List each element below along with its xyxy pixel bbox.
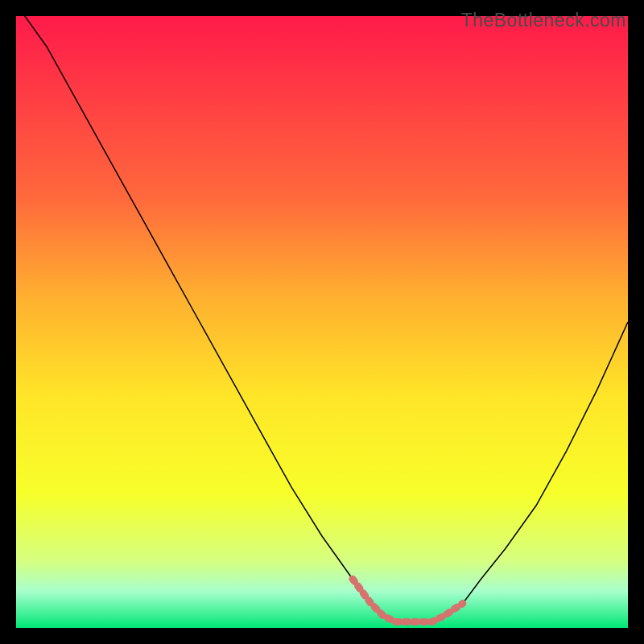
plot-area: TheBottleneck.com — [16, 16, 628, 628]
chart-svg — [16, 16, 628, 628]
chart-container: TheBottleneck.com — [0, 0, 644, 644]
watermark-label: TheBottleneck.com — [461, 10, 626, 31]
